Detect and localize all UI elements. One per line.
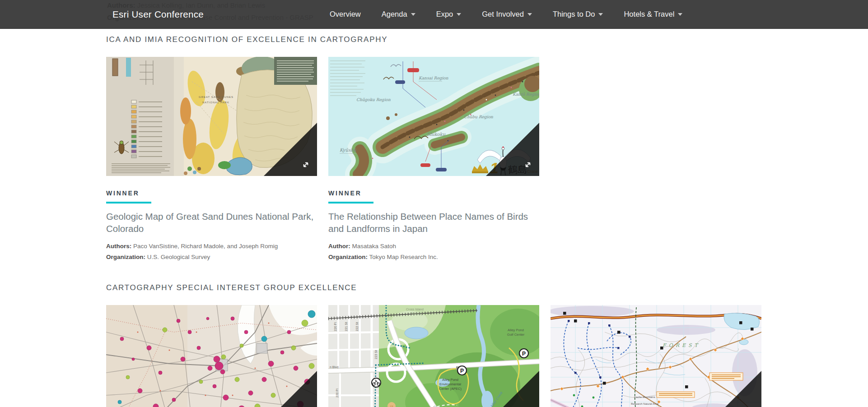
nav-item-agenda[interactable]: Agenda bbox=[382, 10, 415, 18]
nav-item-things-to-do[interactable]: Things to Do bbox=[553, 10, 603, 18]
expand-icon bbox=[300, 159, 312, 171]
svg-text:P: P bbox=[522, 351, 526, 357]
map-label-apec: Center (APEC) bbox=[439, 387, 462, 391]
organization-line: Organization: Tokyo Map Research Inc. bbox=[328, 254, 539, 260]
street-label: 222 St bbox=[355, 322, 359, 331]
winner-cards-row: GREAT SAND DUNES NATIONAL PARK WINNER Ge… bbox=[106, 57, 761, 264]
chevron-down-icon bbox=[678, 13, 682, 16]
sig-card-park-map: P P 13 bbox=[328, 305, 539, 407]
chevron-down-icon bbox=[527, 13, 532, 16]
map-label-kyushu: Kyūshū bbox=[340, 148, 356, 153]
map-label-chubu: Chūbu Region bbox=[464, 115, 493, 119]
authors-line: Authors: Paco VanSistine, Richard Madole… bbox=[106, 243, 317, 250]
winner-card-geologic-map: GREAT SAND DUNES NATIONAL PARK WINNER Ge… bbox=[106, 57, 317, 264]
map-label-golf: Alley Pond bbox=[508, 328, 524, 332]
street-label: 223 St bbox=[374, 350, 378, 359]
nav-links: Overview Agenda Expo Get Involved Things… bbox=[330, 0, 682, 28]
expand-icon bbox=[522, 159, 534, 171]
section-heading-ica-imia: ICA AND IMIA RECOGNITION OF EXCELLENCE I… bbox=[106, 35, 761, 44]
svg-text:P: P bbox=[460, 368, 464, 374]
accent-underline bbox=[106, 202, 151, 204]
brand-title[interactable]: Esri User Conference bbox=[112, 0, 204, 28]
geologic-map-image[interactable]: GREAT SAND DUNES NATIONAL PARK bbox=[106, 57, 317, 176]
street-label: 220 Pl bbox=[336, 388, 339, 398]
parking-icon: P bbox=[457, 366, 467, 375]
map-label-kansai: Kansai Region bbox=[419, 76, 448, 80]
authors-line: Author: Masataka Satoh bbox=[328, 243, 539, 250]
map-label-parkway: Cross Island bbox=[406, 308, 424, 311]
park-map-image[interactable]: P P 13 bbox=[328, 305, 539, 407]
japan-map-image[interactable]: Kansai Region Chūgoku Region Chūbu Regio… bbox=[328, 57, 539, 176]
sig-card-dot-density bbox=[106, 305, 317, 407]
map-label-park-name: NATIONAL PARK bbox=[202, 101, 229, 104]
entry-title: The Relationship Between Place Names of … bbox=[328, 211, 545, 235]
chevron-down-icon bbox=[411, 13, 415, 16]
map-label-chugoku: Chūgoku Region bbox=[356, 97, 391, 102]
map-label-parkway: Parkway bbox=[411, 312, 423, 315]
entry-title: Geologic Map of Great Sand Dunes Nationa… bbox=[106, 211, 323, 235]
dot-density-map-image[interactable] bbox=[106, 305, 317, 407]
map-label-kanto: Kantō Region bbox=[513, 92, 539, 97]
svg-text:13: 13 bbox=[390, 405, 393, 407]
map-label-shikoku: Shikoku bbox=[427, 132, 446, 137]
chevron-down-icon bbox=[457, 13, 461, 16]
chevron-down-icon bbox=[598, 13, 603, 16]
map-label-park-name: GREAT SAND DUNES bbox=[199, 96, 233, 98]
orange-note-box bbox=[709, 373, 743, 380]
nav-item-hotels-travel[interactable]: Hotels & Travel bbox=[624, 10, 682, 18]
winner-card-japan-birds: Kansai Region Chūgoku Region Chūbu Regio… bbox=[328, 57, 539, 264]
winner-badge: WINNER bbox=[106, 190, 317, 197]
sig-cards-row: P P 13 bbox=[106, 305, 761, 407]
sig-card-trail-map: FOREST Cache Mountains Research Natural … bbox=[551, 305, 761, 407]
organization-line: Organization: U.S. Geological Survey bbox=[106, 254, 317, 260]
map-label-apec: Environmental bbox=[439, 382, 461, 386]
street-label: 221 St bbox=[345, 322, 348, 331]
trail-map-image[interactable]: FOREST Cache Mountains Research Natural … bbox=[551, 305, 761, 407]
nav-item-overview[interactable]: Overview bbox=[330, 10, 361, 18]
bicycle-icon bbox=[372, 378, 381, 387]
map-label-rna: Research Natural Area bbox=[631, 402, 658, 405]
map-label-apec: Alley Pond bbox=[442, 378, 458, 382]
map-label-golf: Golf Center bbox=[507, 333, 525, 337]
top-navbar: Esri User Conference Overview Agenda Exp… bbox=[0, 0, 868, 29]
map-label-forest: FOREST bbox=[663, 342, 700, 348]
parking-icon: P bbox=[519, 349, 528, 358]
nav-item-get-involved[interactable]: Get Involved bbox=[482, 10, 532, 18]
nav-item-expo[interactable]: Expo bbox=[436, 10, 462, 18]
winner-badge: WINNER bbox=[328, 190, 539, 197]
street-label: n Blvd bbox=[330, 365, 339, 369]
map-label-cache: Cache Mountains bbox=[634, 396, 655, 398]
accent-underline bbox=[328, 202, 373, 204]
orange-note-box bbox=[657, 392, 695, 398]
section-heading-cartography-sig: CARTOGRAPHY SPECIAL INTEREST GROUP EXCEL… bbox=[106, 283, 761, 292]
street-label: 220 Pl bbox=[334, 322, 337, 331]
main-content: ICA AND IMIA RECOGNITION OF EXCELLENCE I… bbox=[106, 28, 761, 407]
